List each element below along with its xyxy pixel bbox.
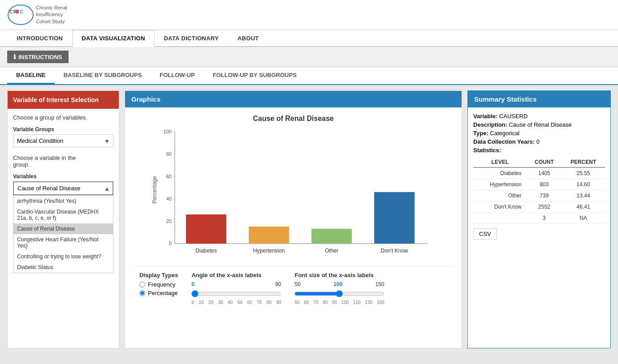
instructions-button[interactable]: ℹ INSTRUCTIONS xyxy=(7,51,69,63)
font-tick-labels: 5060708090100110130150 xyxy=(294,300,384,305)
info-icon: ℹ xyxy=(13,53,16,60)
font-min-value: 50 xyxy=(294,281,300,287)
sub-navigation: BASELINE BASELINE BY SUBGROUPS FOLLOW-UP… xyxy=(0,67,618,85)
summary-panel-body: Variable: CAUSERD Description: Cause of … xyxy=(468,107,610,245)
variable-selection-panel: Variable of Interest Selection Choose a … xyxy=(7,90,119,348)
app-header: C R i C Chronic Renal Insufficiency Coho… xyxy=(0,0,618,30)
radio-frequency-input[interactable] xyxy=(139,282,145,287)
angle-values: 0 90 xyxy=(191,281,281,287)
chart-title: Cause of Renal Disease xyxy=(132,115,454,123)
angle-slider[interactable] xyxy=(191,290,281,297)
logo-icon: C R i C xyxy=(7,4,34,26)
count-other: 739 xyxy=(527,190,562,201)
count-hypertension: 803 xyxy=(527,179,562,190)
bar-chart-svg: 100 80 60 40 20 0 Percentage Diabetes Hy… xyxy=(150,127,437,266)
list-item[interactable]: Cause of Renal Disease xyxy=(13,223,113,234)
level-other: Other xyxy=(473,190,527,201)
angle-tick-labels: 0102030405060708090 xyxy=(191,300,281,305)
font-size-values: 50 100 150 xyxy=(294,281,384,287)
chart-panel-header: Graphics xyxy=(125,91,462,107)
svg-point-5 xyxy=(15,10,19,13)
svg-point-0 xyxy=(8,5,33,25)
radio-frequency[interactable]: Frequency xyxy=(139,281,178,288)
logo-text: Chronic Renal Insufficiency Cohort Study xyxy=(36,4,67,25)
dropdown-list: arrhythmia (Yes/Not Yes) Cardio-Vascular… xyxy=(13,195,113,273)
radio-percentage-input[interactable] xyxy=(139,290,145,296)
variable-groups-select[interactable]: Medical Condition Demographics Lab Value… xyxy=(13,134,113,147)
display-type-radio-group: Frequency Percentage xyxy=(139,281,178,296)
sub-tab-baseline[interactable]: BASELINE xyxy=(7,67,55,84)
sub-tab-baseline-subgroups[interactable]: BASELINE BY SUBGROUPS xyxy=(55,67,151,84)
list-item[interactable]: Congestive Heart Failure (Yes/Not Yes) xyxy=(13,234,113,251)
bar-diabetes xyxy=(186,214,226,244)
svg-text:C: C xyxy=(20,9,23,14)
table-row: Hypertension 803 14.60 xyxy=(473,179,605,190)
toolbar: ℹ INSTRUCTIONS xyxy=(0,47,618,67)
chart-controls: Display Types Frequency Percentage Angl xyxy=(132,266,454,310)
type-row: Type: Categorical xyxy=(473,130,605,137)
variable-row: Variable: CAUSERD xyxy=(473,113,605,120)
svg-text:20: 20 xyxy=(166,218,171,224)
tab-about[interactable]: ABOUT xyxy=(228,30,268,46)
svg-text:100: 100 xyxy=(163,129,171,134)
font-size-title: Font size of the x-axis labels xyxy=(294,272,384,278)
chart-area: Cause of Renal Disease 100 80 60 40 20 0 xyxy=(125,107,462,317)
table-row: Diabetes 1405 25.55 xyxy=(473,167,605,179)
svg-text:Diabetes: Diabetes xyxy=(195,248,216,254)
sub-tab-follow-up-subgroups[interactable]: FOLLOW-UP BY SUBGROUPS xyxy=(204,67,306,84)
csv-download-button[interactable]: CSV xyxy=(473,228,497,240)
bar-other xyxy=(311,229,352,244)
logo-area: C R i C Chronic Renal Insufficiency Coho… xyxy=(7,4,67,26)
font-max-value: 150 xyxy=(375,281,384,287)
svg-text:60: 60 xyxy=(166,174,171,179)
tab-data-dictionary[interactable]: DATA DICTIONARY xyxy=(155,30,228,46)
font-size-slider[interactable] xyxy=(294,290,384,297)
font-size-control: Font size of the x-axis labels 50 100 15… xyxy=(294,272,384,305)
variable-groups-select-wrapper: Medical Condition Demographics Lab Value… xyxy=(13,134,113,147)
count-dont-know: 2552 xyxy=(527,201,562,213)
tab-data-visualization[interactable]: DATA VISUALIZATION xyxy=(72,30,154,47)
percent-other: 13.44 xyxy=(562,190,605,201)
font-current-value: 100 xyxy=(333,281,342,287)
left-panel-header: Variable of Interest Selection xyxy=(8,91,119,109)
radio-percentage[interactable]: Percentage xyxy=(139,290,178,296)
percent-hypertension: 14.60 xyxy=(562,179,605,190)
bar-hypertension xyxy=(249,227,289,244)
table-row: 3 NA xyxy=(473,213,605,224)
list-item[interactable]: Controlling or trying to lose weight? xyxy=(13,251,113,262)
variable-prompt: Choose a variable in the group. xyxy=(13,154,113,168)
svg-text:80: 80 xyxy=(166,151,171,157)
variable-groups-label: Variable Groups xyxy=(13,126,113,133)
variables-label: Variables xyxy=(13,173,113,180)
group-prompt: Choose a group of variables. xyxy=(13,114,113,121)
col-percent: PERCENT xyxy=(562,157,605,167)
list-item[interactable]: arrhythmia (Yes/Not Yes) xyxy=(13,196,113,206)
description-row: Description: Cause of Renal Disease xyxy=(473,121,605,128)
list-item[interactable]: Diabetic Status xyxy=(13,262,113,273)
statistics-table: LEVEL COUNT PERCENT Diabetes 1405 25.55 … xyxy=(473,157,605,224)
display-types-title: Display Types xyxy=(139,272,178,278)
variables-select[interactable]: Cause of Renal Disease xyxy=(13,181,113,195)
angle-current-value: 0 xyxy=(191,281,194,287)
svg-text:40: 40 xyxy=(166,196,171,201)
percent-dont-know: 46.41 xyxy=(562,201,605,213)
tab-introduction[interactable]: INTRODUCTION xyxy=(7,30,72,46)
svg-text:0: 0 xyxy=(169,240,171,246)
level-hypertension: Hypertension xyxy=(473,179,527,190)
statistics-label-row: Statistics: xyxy=(473,147,605,154)
svg-text:Hypertension: Hypertension xyxy=(253,248,285,254)
summary-panel-header: Summary Statistics xyxy=(468,91,610,107)
level-dont-know: Don't Know xyxy=(473,201,527,213)
variables-select-wrapper: Cause of Renal Disease ▲ xyxy=(13,181,113,195)
angle-max-value: 90 xyxy=(275,281,281,287)
list-item[interactable]: Cardio-Vascular Disease (MEDHX 21a, b, c… xyxy=(13,206,113,223)
svg-text:C: C xyxy=(9,9,13,14)
svg-text:Other: Other xyxy=(324,248,338,254)
collection-row: Data Collection Years: 0 xyxy=(473,138,605,145)
top-navigation: INTRODUCTION DATA VISUALIZATION DATA DIC… xyxy=(0,30,618,47)
sub-tab-follow-up[interactable]: FOLLOW-UP xyxy=(151,67,203,84)
svg-text:Don't Know: Don't Know xyxy=(380,248,408,254)
angle-control: Angle of the x-axis labels 0 90 01020304… xyxy=(191,272,281,305)
percent-na: NA xyxy=(562,213,605,224)
count-diabetes: 1405 xyxy=(527,167,562,179)
